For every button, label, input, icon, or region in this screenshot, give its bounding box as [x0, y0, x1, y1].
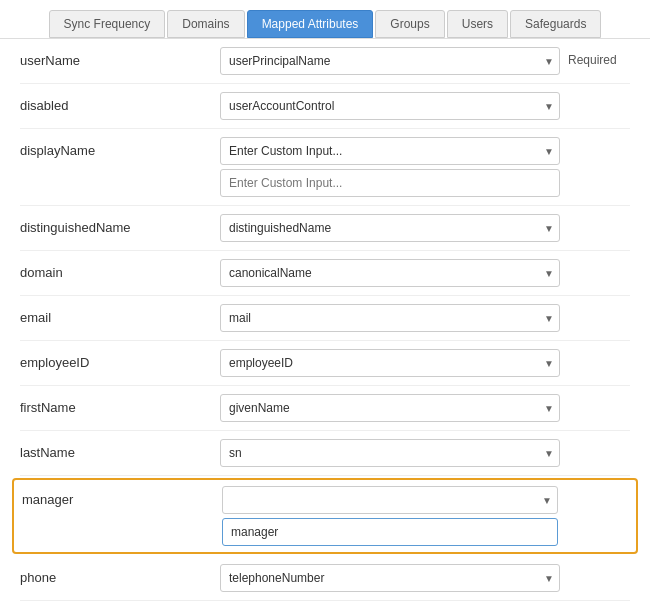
label-phone: phone	[20, 564, 220, 585]
select-wrapper-displayName: Enter Custom Input... ▼	[220, 137, 560, 165]
select-wrapper-lastName: sn ▼	[220, 439, 560, 467]
tabs-bar: Sync Frequency Domains Mapped Attributes…	[0, 0, 650, 39]
input-area-lastName: sn ▼	[220, 439, 560, 467]
tab-groups[interactable]: Groups	[375, 10, 444, 38]
tab-domains[interactable]: Domains	[167, 10, 244, 38]
select-wrapper-firstName: givenName ▼	[220, 394, 560, 422]
row-employeeID: employeeID employeeID ▼	[20, 341, 630, 386]
tab-safeguards[interactable]: Safeguards	[510, 10, 601, 38]
input-area-displayName: Enter Custom Input... ▼	[220, 137, 560, 197]
select-phone[interactable]: telephoneNumber	[220, 564, 560, 592]
row-manager: manager ▼	[12, 478, 638, 554]
required-spacer-disabled	[560, 92, 630, 98]
select-wrapper-manager: ▼	[222, 486, 558, 514]
required-badge-userName: Required	[560, 47, 630, 67]
label-employeeID: employeeID	[20, 349, 220, 370]
select-domain[interactable]: canonicalName	[220, 259, 560, 287]
row-firstName: firstName givenName ▼	[20, 386, 630, 431]
content-area: userName userPrincipalName ▼ Required di…	[0, 39, 650, 608]
required-spacer-manager	[558, 486, 628, 492]
input-area-disabled: userAccountControl ▼	[220, 92, 560, 120]
required-spacer-displayName	[560, 137, 630, 143]
custom-input-displayName[interactable]	[220, 169, 560, 197]
label-manager: manager	[22, 486, 222, 507]
select-wrapper-domain: canonicalName ▼	[220, 259, 560, 287]
input-area-distinguishedName: distinguishedName ▼	[220, 214, 560, 242]
input-area-domain: canonicalName ▼	[220, 259, 560, 287]
select-wrapper-distinguishedName: distinguishedName ▼	[220, 214, 560, 242]
row-userName: userName userPrincipalName ▼ Required	[20, 39, 630, 84]
select-email[interactable]: mail	[220, 304, 560, 332]
input-area-employeeID: employeeID ▼	[220, 349, 560, 377]
row-displayName: displayName Enter Custom Input... ▼	[20, 129, 630, 206]
label-lastName: lastName	[20, 439, 220, 460]
select-userName[interactable]: userPrincipalName	[220, 47, 560, 75]
row-distinguishedName: distinguishedName distinguishedName ▼	[20, 206, 630, 251]
label-email: email	[20, 304, 220, 325]
tab-users[interactable]: Users	[447, 10, 508, 38]
label-firstName: firstName	[20, 394, 220, 415]
text-input-manager[interactable]	[222, 518, 558, 546]
select-wrapper-email: mail ▼	[220, 304, 560, 332]
row-userPrincipalName: userPrincipalName userPrincipalName ▼	[20, 601, 630, 608]
tab-mapped-attributes[interactable]: Mapped Attributes	[247, 10, 374, 38]
select-lastName[interactable]: sn	[220, 439, 560, 467]
required-spacer-firstName	[560, 394, 630, 400]
required-spacer-email	[560, 304, 630, 310]
input-area-email: mail ▼	[220, 304, 560, 332]
select-wrapper-employeeID: employeeID ▼	[220, 349, 560, 377]
select-disabled[interactable]: userAccountControl	[220, 92, 560, 120]
select-wrapper-disabled: userAccountControl ▼	[220, 92, 560, 120]
required-spacer-employeeID	[560, 349, 630, 355]
required-spacer-lastName	[560, 439, 630, 445]
required-spacer-distinguishedName	[560, 214, 630, 220]
row-phone: phone telephoneNumber ▼	[20, 556, 630, 601]
select-firstName[interactable]: givenName	[220, 394, 560, 422]
select-manager[interactable]	[222, 486, 558, 514]
label-displayName: displayName	[20, 137, 220, 158]
label-disabled: disabled	[20, 92, 220, 113]
label-domain: domain	[20, 259, 220, 280]
input-area-userName: userPrincipalName ▼	[220, 47, 560, 75]
row-email: email mail ▼	[20, 296, 630, 341]
input-area-phone: telephoneNumber ▼	[220, 564, 560, 592]
select-employeeID[interactable]: employeeID	[220, 349, 560, 377]
input-area-firstName: givenName ▼	[220, 394, 560, 422]
row-lastName: lastName sn ▼	[20, 431, 630, 476]
select-distinguishedName[interactable]: distinguishedName	[220, 214, 560, 242]
required-spacer-phone	[560, 564, 630, 570]
row-disabled: disabled userAccountControl ▼	[20, 84, 630, 129]
label-userName: userName	[20, 47, 220, 68]
required-spacer-domain	[560, 259, 630, 265]
select-wrapper-phone: telephoneNumber ▼	[220, 564, 560, 592]
tab-sync-frequency[interactable]: Sync Frequency	[49, 10, 166, 38]
row-domain: domain canonicalName ▼	[20, 251, 630, 296]
input-area-manager: ▼	[222, 486, 558, 546]
select-displayName[interactable]: Enter Custom Input...	[220, 137, 560, 165]
select-wrapper-userName: userPrincipalName ▼	[220, 47, 560, 75]
label-distinguishedName: distinguishedName	[20, 214, 220, 235]
